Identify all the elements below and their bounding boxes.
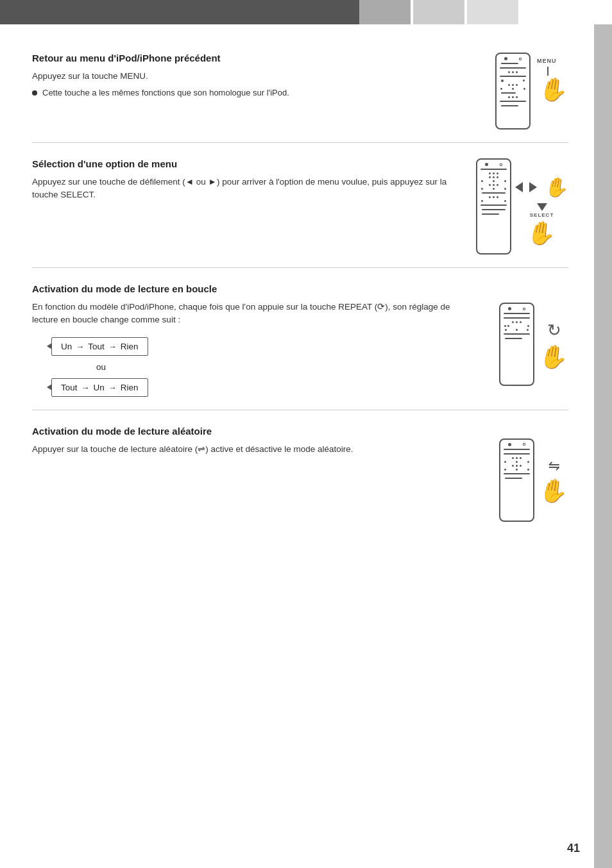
flow2-arrow2: →	[108, 383, 117, 392]
flow-diagram-1: Un → Tout → Rien	[51, 337, 473, 356]
section-retour-title: Retour au menu d'iPod/iPhone précédent	[32, 53, 470, 63]
section-boucle: Activation du mode de lecture en boucle …	[32, 268, 568, 410]
header-bar	[0, 0, 612, 24]
ou-text: ou	[96, 362, 473, 372]
arrow-left	[515, 182, 523, 192]
section-selection: Sélection d'une option de menu Appuyez s…	[32, 143, 568, 268]
section-selection-title: Sélection d'une option de menu	[32, 158, 450, 169]
header-block-1	[359, 0, 411, 24]
flow1-arrow1: →	[76, 342, 84, 351]
flow1-arrow2: →	[108, 342, 117, 351]
device-container-1: MENU ✋	[495, 53, 568, 129]
header-block-3	[467, 0, 518, 24]
device-container-2: ✋ SELECT ✋	[476, 158, 568, 255]
flow1-tout: Tout	[88, 342, 105, 351]
device-container-3: ↻ ✋	[499, 283, 568, 386]
bullet-text: Cette touche a les mêmes fonctions que s…	[42, 88, 289, 97]
section-boucle-title: Activation du mode de lecture en boucle	[32, 283, 473, 294]
flow2-arrow1: →	[81, 383, 90, 392]
hand-icon-3: ✋	[525, 219, 558, 247]
section-selection-text: Sélection d'une option de menu Appuyez s…	[32, 158, 450, 202]
section-aleatoire: Activation du mode de lecture aléatoire …	[32, 410, 568, 535]
hand-icon-5: ✋	[538, 477, 570, 505]
hand-icon-1: ✋	[538, 76, 570, 103]
flow2-tout: Tout	[61, 383, 78, 392]
section-retour-text: Retour au menu d'iPod/iPhone précédent A…	[32, 53, 470, 97]
bullet-point: Cette touche a les mêmes fonctions que s…	[32, 88, 470, 97]
ipod-device-4	[499, 438, 534, 522]
repeat-icon: ↻	[547, 321, 561, 340]
header-right	[359, 0, 612, 24]
flow1-rien: Rien	[121, 342, 139, 351]
flow1-un: Un	[61, 342, 72, 351]
menu-label: MENU	[537, 58, 557, 64]
arrow-right	[529, 182, 537, 192]
section-aleatoire-text: Activation du mode de lecture aléatoire …	[32, 426, 473, 456]
section-aleatoire-title: Activation du mode de lecture aléatoire	[32, 426, 473, 437]
bullet-dot	[32, 90, 37, 96]
right-sidebar	[594, 24, 612, 868]
flow2-rien: Rien	[121, 383, 139, 392]
section-retour-body: Appuyez sur la touche MENU.	[32, 70, 470, 83]
ipod-device-2	[476, 158, 511, 255]
main-content: Retour au menu d'iPod/iPhone précédent A…	[0, 24, 594, 547]
header-left	[0, 0, 359, 24]
section-selection-body: Appuyez sur une touche de défilement (◄ …	[32, 176, 450, 202]
ipod-device-3	[499, 303, 534, 386]
section-boucle-body: En fonction du modèle d'iPod/iPhone, cha…	[32, 301, 473, 327]
arrow-down	[537, 203, 547, 211]
ipod-device-1	[495, 53, 531, 129]
device-container-4: ⇌ ✋	[499, 426, 568, 522]
hand-icon-4: ✋	[538, 343, 570, 371]
hand-icon-2: ✋	[543, 176, 570, 199]
flow-diagram-2: Tout → Un → Rien	[51, 378, 473, 397]
section-aleatoire-body: Appuyer sur la touche de lecture aléatoi…	[32, 443, 473, 456]
header-block-2	[413, 0, 464, 24]
section-retour-menu: Retour au menu d'iPod/iPhone précédent A…	[32, 37, 568, 143]
section-boucle-text: Activation du mode de lecture en boucle …	[32, 283, 473, 397]
page-number: 41	[567, 842, 580, 855]
shuffle-icon: ⇌	[548, 458, 560, 474]
flow2-un: Un	[94, 383, 105, 392]
select-label: SELECT	[530, 212, 554, 218]
